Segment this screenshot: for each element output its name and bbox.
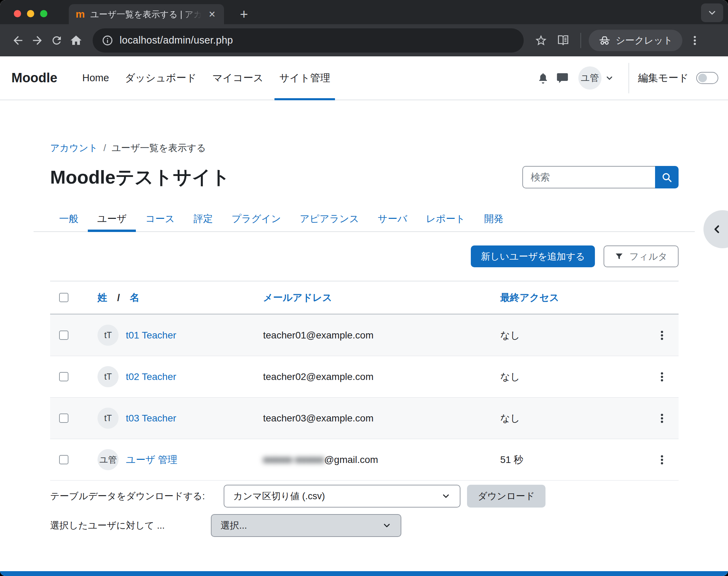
user-email: teacher03@example.com [263, 413, 500, 424]
tab-general[interactable]: 一般 [50, 206, 88, 231]
reading-list-button[interactable] [553, 31, 573, 50]
tab-search-button[interactable] [701, 3, 723, 22]
browser-toolbar: localhost/admin/user.php シークレット [0, 24, 728, 56]
window-minimize-button[interactable] [27, 10, 34, 17]
back-button[interactable] [8, 31, 28, 50]
filter-label: フィルタ [629, 250, 668, 263]
incognito-label: シークレット [616, 34, 673, 47]
chevron-down-icon [441, 491, 451, 501]
kebab-menu-icon [689, 35, 701, 46]
table-row: tT t01 Teacher teacher01@example.com なし [50, 315, 679, 356]
url-text: localhost/admin/user.php [120, 35, 233, 46]
edit-mode-toggle[interactable] [696, 72, 718, 84]
table-row: ユ管 ユーザ 管理 ■■■■■ ■■■■■@gmail.com 51 秒 [50, 439, 679, 481]
row-menu-icon[interactable] [656, 329, 668, 341]
table-row: tT t02 Teacher teacher02@example.com なし [50, 356, 679, 398]
window-controls [14, 10, 47, 17]
browser-menu-button[interactable] [685, 31, 704, 50]
header-name: 姓/名 [97, 291, 263, 304]
nav-item-dashboard[interactable]: ダッシュボード [120, 56, 201, 100]
star-icon [534, 34, 548, 47]
download-button[interactable]: ダウンロード [467, 485, 545, 508]
bell-icon [536, 72, 550, 85]
toolbar-right: シークレット [531, 30, 704, 51]
avatar: tT [97, 325, 119, 346]
avatar: tT [97, 408, 119, 429]
sort-last-access-link[interactable]: 最終アクセス [500, 292, 559, 303]
page-title: Moodleテストサイト [50, 166, 230, 188]
search-input[interactable] [522, 166, 655, 188]
nav-item-home[interactable]: Home [77, 56, 114, 100]
page-body: アカウント / ユーザ一覧を表示する Moodleテストサイト 一般 ユーザ コ… [0, 100, 728, 576]
new-tab-button[interactable]: + [236, 4, 251, 24]
browser-tab[interactable]: m ユーザ一覧を表示する | アカウン ✕ [69, 4, 224, 24]
user-menu[interactable]: ユ管 [578, 66, 614, 90]
avatar: tT [97, 366, 119, 387]
row-menu-icon[interactable] [656, 371, 668, 383]
incognito-icon [598, 34, 611, 47]
tab-title: ユーザ一覧を表示する | アカウン [90, 9, 202, 20]
sort-email-link[interactable]: メールアドレス [263, 292, 332, 303]
tab-server[interactable]: サーバ [368, 206, 417, 231]
search-button[interactable] [655, 166, 679, 188]
tab-close-icon[interactable]: ✕ [206, 9, 218, 19]
notifications-button[interactable] [533, 68, 553, 88]
last-access-value: なし [500, 412, 645, 425]
tab-development[interactable]: 開発 [475, 206, 513, 231]
chevron-down-icon [605, 74, 614, 83]
sort-surname-link[interactable]: 姓 [97, 291, 107, 304]
search-icon [661, 172, 672, 183]
main-content: アカウント / ユーザ一覧を表示する Moodleテストサイト 一般 ユーザ コ… [0, 100, 728, 537]
user-name-link[interactable]: t01 Teacher [126, 330, 176, 341]
user-name-link[interactable]: t02 Teacher [126, 371, 176, 382]
site-brand[interactable]: Moodle [11, 71, 57, 85]
bookmark-button[interactable] [531, 31, 551, 50]
url-bar[interactable]: localhost/admin/user.php [93, 28, 524, 53]
window-close-button[interactable] [14, 10, 21, 17]
select-all-checkbox[interactable] [59, 293, 68, 302]
bulk-action-select[interactable]: 選択... [211, 514, 401, 537]
users-table: 姓/名 メールアドレス 最終アクセス tT t01 Teacher teache… [50, 281, 679, 481]
breadcrumb-link-account[interactable]: アカウント [50, 142, 98, 154]
row-checkbox[interactable] [59, 414, 68, 423]
window-zoom-button[interactable] [40, 10, 47, 17]
edit-mode-control: 編集モード [638, 71, 718, 85]
nav-item-my-courses[interactable]: マイコース [207, 56, 268, 100]
admin-tabs: 一般 ユーザ コース 評定 プラグイン アピアランス サーバ レポート 開発 [34, 206, 695, 232]
user-avatar[interactable]: ユ管 [578, 66, 601, 90]
messages-button[interactable] [553, 68, 572, 88]
funnel-icon [615, 252, 624, 261]
tab-courses[interactable]: コース [136, 206, 184, 231]
tab-appearance[interactable]: アピアランス [290, 206, 368, 231]
info-icon[interactable] [102, 35, 113, 46]
table-row: tT t03 Teacher teacher03@example.com なし [50, 398, 679, 439]
tab-users[interactable]: ユーザ [88, 206, 136, 231]
bulk-action-label: 選択したユーザに対して ... [50, 519, 211, 532]
tab-reports[interactable]: レポート [417, 206, 475, 231]
table-header-row: 姓/名 メールアドレス 最終アクセス [50, 281, 679, 315]
home-button[interactable] [66, 31, 86, 50]
row-checkbox[interactable] [59, 331, 68, 340]
last-access-value: なし [500, 329, 645, 342]
user-email: teacher01@example.com [263, 330, 500, 341]
row-menu-icon[interactable] [656, 454, 668, 466]
last-access-value: なし [500, 370, 645, 383]
tab-plugins[interactable]: プラグイン [222, 206, 290, 231]
add-user-button[interactable]: 新しいユーザを追加する [471, 245, 595, 267]
row-menu-icon[interactable] [656, 412, 668, 424]
search-box [522, 166, 679, 188]
row-checkbox[interactable] [59, 372, 68, 381]
download-format-select[interactable]: カンマ区切り値 (.csv) [224, 485, 460, 508]
row-checkbox[interactable] [59, 455, 68, 464]
reload-icon [50, 34, 63, 47]
sort-firstname-link[interactable]: 名 [130, 291, 140, 304]
user-name-link[interactable]: ユーザ 管理 [126, 453, 177, 466]
moodle-navbar: Moodle Home ダッシュボード マイコース サイト管理 ユ管 編集モード [0, 56, 728, 100]
breadcrumb-separator: / [103, 143, 106, 154]
forward-button[interactable] [28, 31, 47, 50]
filter-button[interactable]: フィルタ [604, 245, 679, 267]
user-name-link[interactable]: t03 Teacher [126, 413, 176, 424]
tab-grades[interactable]: 評定 [184, 206, 222, 231]
reload-button[interactable] [47, 31, 66, 50]
nav-item-site-admin[interactable]: サイト管理 [274, 56, 335, 100]
